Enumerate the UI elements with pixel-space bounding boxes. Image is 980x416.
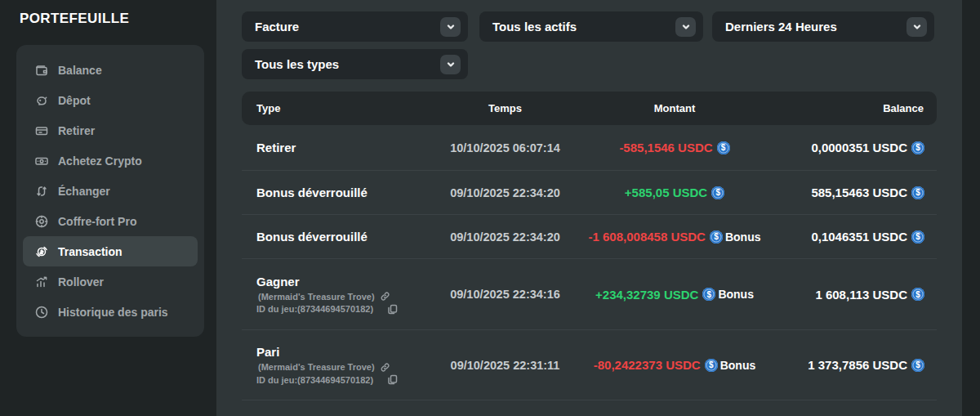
transaction-time: 09/10/2025 22:34:16 [421, 288, 589, 301]
page-title: PORTEFEUILLE [20, 11, 129, 27]
sidebar-item-rollover[interactable]: Rollover [23, 266, 198, 297]
transactions-table: Type Temps Montant Balance Retirer 10/10… [242, 92, 937, 400]
transaction-amount: -1 608,008458 USDC [589, 230, 706, 244]
game-name: (Mermaid's Treasure Trove) [256, 292, 375, 302]
transaction-balance: 0,0000351 USDC [811, 141, 907, 154]
column-header-temps: Temps [421, 102, 589, 114]
chevron-down-icon[interactable] [440, 17, 461, 37]
chevron-down-icon[interactable] [906, 17, 927, 37]
table-row: Bonus déverrouillé 09/10/2025 22:34:20 -… [242, 215, 937, 259]
copy-icon[interactable] [387, 304, 398, 315]
usdc-coin-icon: $ [705, 359, 718, 372]
sidebar-item-label: Achetez Crypto [58, 154, 142, 168]
coin-arrows-icon [34, 244, 49, 259]
sidebar-item-coffre-fort-pro[interactable]: Coffre-fort Pro [23, 206, 198, 236]
sidebar-item-achetez-crypto[interactable]: Achetez Crypto [23, 145, 198, 176]
column-header-balance: Balance [760, 102, 937, 114]
withdraw-icon [34, 123, 49, 138]
game-link-icon[interactable] [381, 363, 390, 372]
type-filter-dropdown[interactable]: Tous les types [242, 49, 468, 79]
sidebar-item-label: Balance [58, 64, 102, 77]
usdc-coin-icon: $ [710, 230, 723, 244]
transaction-time: 09/10/2025 22:31:11 [421, 359, 589, 372]
table-header: Type Temps Montant Balance [242, 92, 937, 125]
usdc-coin-icon: $ [702, 288, 715, 301]
usdc-coin-icon: $ [911, 359, 924, 372]
sidebar-item-label: Retirer [58, 124, 95, 137]
copy-icon[interactable] [387, 374, 398, 385]
transaction-amount: -585,1546 USDC [619, 141, 712, 154]
sidebar-item-retirer[interactable]: Retirer [23, 115, 198, 145]
transaction-type: Bonus déverrouillé [256, 230, 368, 244]
transaction-balance: 0,1046351 USDC [811, 230, 907, 244]
transaction-time: 09/10/2025 22:34:20 [421, 230, 589, 244]
banknote-icon [34, 154, 49, 168]
game-id: ID du jeu:(87344694570182) [256, 375, 373, 385]
transaction-type: Retirer [256, 141, 296, 154]
dropdown-selected-value: Facture [255, 20, 299, 34]
column-header-montant: Montant [589, 102, 760, 114]
sidebar-item-label: Rollover [58, 275, 104, 289]
transaction-time: 09/10/2025 22:34:20 [421, 186, 589, 199]
wallet-icon [34, 63, 49, 78]
transaction-amount: -80,2422373 USDC [594, 358, 701, 372]
bonus-badge: Bonus [718, 288, 754, 301]
usdc-coin-icon: $ [911, 186, 924, 199]
usdc-coin-icon: $ [711, 186, 724, 199]
usdc-coin-icon: $ [717, 141, 730, 154]
swap-icon [34, 184, 49, 199]
transaction-balance: 585,15463 USDC [811, 186, 907, 199]
asset-filter-dropdown[interactable]: Tous les actifs [479, 11, 703, 42]
wallet-sidebar: PORTEFEUILLE Balance Dêpot Retirer Achet… [0, 0, 216, 416]
history-clock-icon [34, 305, 49, 320]
chevron-down-icon[interactable] [440, 55, 461, 74]
transaction-time: 10/10/2025 06:07:14 [421, 141, 589, 154]
chart-up-icon [34, 275, 49, 289]
sidebar-item-echanger[interactable]: Échanger [23, 176, 198, 206]
transaction-type: Gagner [256, 275, 300, 289]
table-row: Retirer 10/10/2025 06:07:14 -585,1546 US… [242, 125, 937, 171]
table-row: Bonus déverrouillé 09/10/2025 22:34:20 +… [242, 171, 937, 215]
usdc-coin-icon: $ [911, 230, 924, 244]
sidebar-item-label: Coffre-fort Pro [58, 215, 136, 228]
sidebar-item-historique-des-paris[interactable]: Historique des paris [23, 297, 198, 327]
sidebar-item-label: Historique des paris [58, 306, 168, 319]
transaction-amount: +585,05 USDC [625, 186, 707, 199]
sidebar-item-label: Dêpot [58, 94, 91, 107]
sidebar-item-label: Transaction [58, 245, 122, 258]
sidebar-menu: Balance Dêpot Retirer Achetez Crypto Éch [16, 45, 204, 337]
dropdown-selected-value: Tous les types [255, 57, 339, 71]
dropdown-selected-value: Tous les actifs [492, 20, 577, 34]
transaction-amount: +234,32739 USDC [595, 288, 698, 302]
transaction-type: Pari [256, 345, 279, 359]
table-row: Gagner (Mermaid's Treasure Trove) ID du … [242, 259, 937, 330]
vault-icon [34, 214, 49, 229]
transaction-type: Bonus déverrouillé [256, 186, 368, 199]
transaction-balance: 1 608,113 USDC [815, 288, 907, 302]
chevron-down-icon[interactable] [675, 17, 696, 37]
table-row: Pari (Mermaid's Treasure Trove) ID du je… [242, 330, 937, 400]
dropdown-selected-value: Derniers 24 Heures [725, 20, 837, 34]
game-link-icon[interactable] [381, 292, 390, 301]
bonus-badge: Bonus [725, 230, 761, 244]
game-id: ID du jeu:(87344694570182) [256, 304, 373, 314]
game-name: (Mermaid's Treasure Trove) [256, 362, 375, 372]
sidebar-item-transaction[interactable]: Transaction [23, 236, 198, 266]
usdc-coin-icon: $ [911, 288, 924, 301]
bonus-badge: Bonus [720, 359, 756, 372]
sidebar-item-depot[interactable]: Dêpot [23, 85, 198, 115]
time-range-filter-dropdown[interactable]: Derniers 24 Heures [712, 11, 934, 42]
invoice-filter-dropdown[interactable]: Facture [242, 11, 468, 42]
transactions-main-panel: Facture Tous les actifs Derniers 24 Heur… [216, 0, 962, 416]
sidebar-item-label: Échanger [58, 185, 110, 198]
piggy-bank-icon [34, 93, 49, 108]
usdc-coin-icon: $ [911, 141, 924, 154]
sidebar-item-balance[interactable]: Balance [23, 55, 198, 85]
column-header-type: Type [242, 102, 421, 114]
transaction-balance: 1 373,7856 USDC [808, 358, 907, 372]
